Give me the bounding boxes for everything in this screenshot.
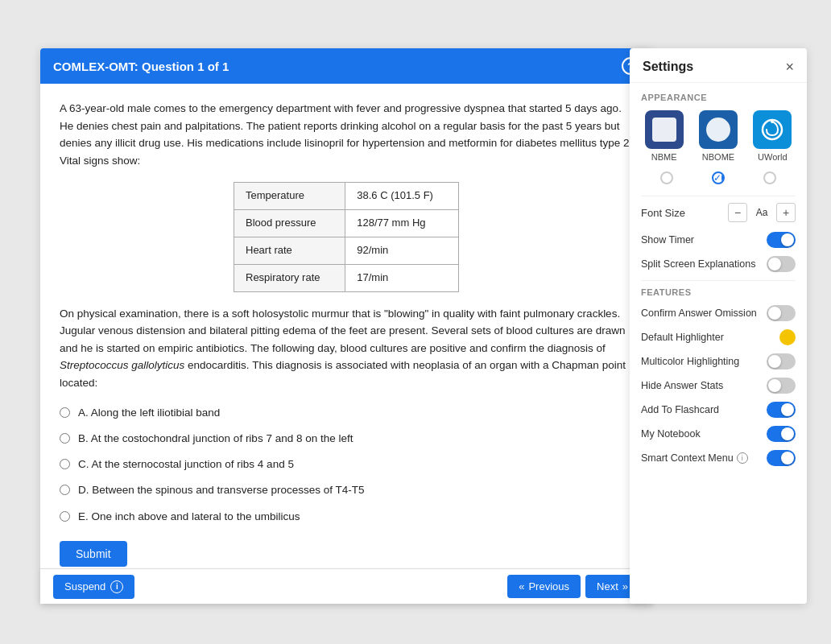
settings-header: Settings ×	[630, 48, 807, 83]
confirm_answer_omission-toggle[interactable]	[767, 305, 796, 321]
answer-choice-b[interactable]: B. At the costochondral junction of ribs…	[60, 431, 633, 447]
add_to_flashcard-toggle[interactable]	[767, 402, 796, 418]
choice-label-a: A. Along the left iliotibial band	[78, 405, 220, 421]
answer-choice-e[interactable]: E. One inch above and lateral to the umb…	[60, 509, 633, 525]
default_highlighter-indicator[interactable]	[779, 329, 796, 345]
choice-label-d: D. Between the spinous and transverse pr…	[78, 482, 364, 498]
choice-label-e: E. One inch above and lateral to the umb…	[78, 509, 300, 525]
vitals-row: Heart rate92/min	[234, 237, 459, 264]
features-container: Confirm Answer OmissionDefault Highlight…	[641, 305, 796, 466]
uworld-label: UWorld	[758, 152, 787, 162]
split-screen-row: Split Screen Explanations	[641, 256, 796, 272]
font-size-controls: − Aa +	[728, 203, 796, 222]
theme-options: NBME NBOME UWorld	[641, 110, 796, 162]
smart_context_menu-label: Smart Context Menui	[641, 452, 748, 464]
font-size-increase[interactable]: +	[776, 203, 796, 222]
confirm_answer_omission-label: Confirm Answer Omission	[641, 308, 757, 319]
choice-label-c: C. At the sternocostal junction of ribs …	[78, 456, 294, 473]
vitals-row: Respiratory rate17/min	[234, 264, 459, 291]
my_notebook-toggle[interactable]	[767, 426, 796, 442]
nbme-label: NBME	[651, 152, 677, 162]
smart_context_menu-row: Smart Context Menui	[641, 450, 796, 466]
uworld-icon-wrapper	[753, 110, 792, 149]
settings-panel: Settings × Appearance NBME NBOME	[630, 48, 807, 604]
radio-c[interactable]	[60, 459, 70, 469]
footer-bar: Suspend i « Previous Next »	[40, 568, 652, 604]
uworld-radio[interactable]	[763, 171, 776, 184]
settings-title: Settings	[643, 60, 693, 74]
theme-uworld[interactable]: UWorld	[753, 110, 792, 162]
vitals-table: Temperature38.6 C (101.5 F)Blood pressur…	[234, 182, 459, 291]
radio-d[interactable]	[60, 485, 70, 495]
nbme-radio[interactable]	[660, 171, 673, 184]
vitals-row: Temperature38.6 C (101.5 F)	[234, 183, 459, 210]
answer-choice-a[interactable]: A. Along the left iliotibial band	[60, 405, 633, 421]
settings-close-button[interactable]: ×	[785, 60, 794, 74]
answer-choices: A. Along the left iliotibial band B. At …	[60, 405, 633, 525]
features-label: Features	[641, 287, 796, 297]
add_to_flashcard-label: Add To Flashcard	[641, 404, 719, 415]
suspend-info-icon: i	[110, 580, 123, 593]
show-timer-row: Show Timer	[641, 232, 796, 248]
default_highlighter-label: Default Highlighter	[641, 332, 724, 343]
hide_answer_stats-row: Hide Answer Stats	[641, 378, 796, 394]
multicolor_highlighting-label: Multicolor Highlighting	[641, 356, 739, 367]
nbome-label: NBOME	[702, 152, 734, 162]
question-body: A 63-year-old male comes to the emergenc…	[40, 84, 652, 604]
choice-label-b: B. At the costochondral junction of ribs…	[78, 431, 353, 447]
appearance-label: Appearance	[641, 93, 796, 102]
split-screen-label: Split Screen Explanations	[641, 258, 755, 270]
nbome-icon	[706, 118, 730, 142]
hide_answer_stats-label: Hide Answer Stats	[641, 380, 723, 391]
show-timer-label: Show Timer	[641, 234, 694, 246]
my_notebook-label: My Notebook	[641, 428, 701, 440]
divider-1	[641, 196, 796, 196]
divider-2	[641, 280, 796, 281]
nbme-icon	[652, 118, 676, 142]
question-window: COMLEX-OMT: Question 1 of 1 ? A 63-year-…	[40, 48, 652, 604]
confirm_answer_omission-row: Confirm Answer Omission	[641, 305, 796, 321]
question-intro-text: A 63-year-old male comes to the emergenc…	[60, 100, 633, 169]
answer-choice-d[interactable]: D. Between the spinous and transverse pr…	[60, 482, 633, 498]
settings-body: Appearance NBME NBOME	[630, 83, 807, 604]
footer-right: « Previous Next »	[507, 575, 639, 598]
nbome-radio[interactable]: ✓	[712, 171, 725, 184]
question-title: COMLEX-OMT: Question 1 of 1	[53, 60, 229, 73]
hide_answer_stats-toggle[interactable]	[767, 378, 796, 394]
multicolor_highlighting-row: Multicolor Highlighting	[641, 353, 796, 369]
svg-point-1	[771, 120, 774, 123]
split-screen-toggle[interactable]	[767, 256, 796, 272]
question-continued-text: On physical examination, there is a soft…	[60, 305, 633, 392]
uworld-swirl-icon	[760, 118, 784, 142]
theme-radio-row: ✓	[641, 171, 796, 184]
question-header: COMLEX-OMT: Question 1 of 1 ?	[40, 48, 652, 84]
submit-button[interactable]: Submit	[60, 541, 127, 567]
font-size-label: Font Size	[641, 207, 685, 219]
multicolor_highlighting-toggle[interactable]	[767, 353, 796, 369]
nbome-icon-wrapper	[699, 110, 738, 149]
default_highlighter-row: Default Highlighter	[641, 329, 796, 345]
smart_context_menu-info-icon[interactable]: i	[737, 452, 748, 464]
font-size-decrease[interactable]: −	[728, 203, 747, 222]
radio-b[interactable]	[60, 433, 70, 444]
previous-button[interactable]: « Previous	[507, 575, 581, 598]
theme-nbome[interactable]: NBOME	[699, 110, 738, 162]
add_to_flashcard-row: Add To Flashcard	[641, 402, 796, 418]
my_notebook-row: My Notebook	[641, 426, 796, 442]
footer-left: Suspend i	[53, 575, 134, 599]
smart_context_menu-toggle[interactable]	[767, 450, 796, 466]
radio-e[interactable]	[60, 511, 70, 522]
vitals-row: Blood pressure128/77 mm Hg	[234, 210, 459, 237]
show-timer-toggle[interactable]	[767, 232, 796, 248]
nbme-icon-wrapper	[645, 110, 684, 149]
font-size-row: Font Size − Aa +	[641, 203, 796, 222]
answer-choice-c[interactable]: C. At the sternocostal junction of ribs …	[60, 456, 633, 473]
font-size-display: Aa	[754, 207, 770, 218]
radio-a[interactable]	[60, 407, 70, 418]
suspend-button[interactable]: Suspend i	[53, 575, 134, 599]
theme-nbme[interactable]: NBME	[645, 110, 684, 162]
